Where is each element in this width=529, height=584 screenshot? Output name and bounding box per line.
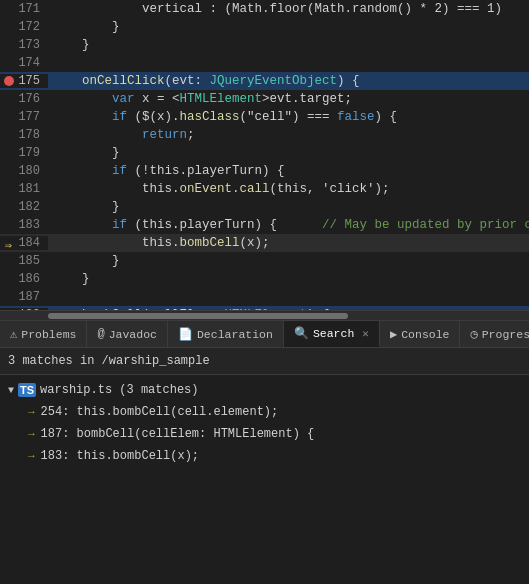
arrow-indicator: ⇒ [2,238,12,248]
line-content: vertical : (Math.floor(Math.random() * 2… [48,2,529,16]
code-line: 176 var x = <HTMLElement>evt.target; [0,90,529,108]
code-line: 179 } [0,144,529,162]
line-content: if (!this.playerTurn) { [48,164,529,178]
match-text: 254: this.bombCell(cell.element); [41,405,279,419]
line-number: 182 [0,200,48,214]
match-lines-container: →254: this.bombCell(cell.element);→187: … [0,401,529,467]
line-content: } [48,272,529,286]
line-number: 176 [0,92,48,106]
code-line: 177 if ($(x).hasClass("cell") === false)… [0,108,529,126]
scrollbar-thumb[interactable] [48,313,348,319]
javadoc-tab-label: Javadoc [109,328,157,341]
match-text: 187: bombCell(cellElem: HTMLElement) { [41,427,315,441]
results-header: 3 matches in /warship_sample [0,348,529,375]
line-number: 187 [0,290,48,304]
match-arrow-icon: → [28,406,35,418]
search-tab-icon: 🔍 [294,326,309,341]
match-line[interactable]: →183: this.bombCell(x); [0,445,529,467]
tab-search[interactable]: 🔍Search✕ [284,321,380,347]
progress-tab-icon: ◷ [470,327,477,342]
line-content: this.bombCell(x); [48,236,529,250]
code-editor: 171 vertical : (Math.floor(Math.random()… [0,0,529,310]
results-tree: ▼ TS warship.ts (3 matches) →254: this.b… [0,375,529,471]
code-line: 183 if (this.playerTurn) { // May be upd… [0,216,529,234]
code-line: 175 onCellClick(evt: JQueryEventObject) … [0,72,529,90]
line-content: } [48,200,529,214]
line-number: 188 [0,308,48,310]
code-line: ⇒184 this.bombCell(x); [0,234,529,252]
line-number: 178 [0,128,48,142]
tab-bar: ⚠Problems@Javadoc📄Declaration🔍Search✕▶Co… [0,320,529,348]
problems-tab-label: Problems [21,328,76,341]
results-panel: 3 matches in /warship_sample ▼ TS warshi… [0,348,529,471]
search-tab-label: Search [313,327,354,340]
code-line: 188 bombCell(cellElem: HTMLElement) { [0,306,529,310]
code-line: 174 [0,54,529,72]
line-content: } [48,20,529,34]
ts-file-icon: TS [18,383,36,397]
match-text: 183: this.bombCell(x); [41,449,199,463]
line-content: } [48,254,529,268]
code-line: 180 if (!this.playerTurn) { [0,162,529,180]
code-line: 178 return; [0,126,529,144]
code-line: 187 [0,288,529,306]
line-number: 173 [0,38,48,52]
console-tab-icon: ▶ [390,327,397,342]
line-number: 179 [0,146,48,160]
line-content: if (this.playerTurn) { // May be updated… [48,218,529,232]
match-arrow-icon: → [28,428,35,440]
tab-problems[interactable]: ⚠Problems [0,321,87,347]
console-tab-label: Console [401,328,449,341]
line-number: 181 [0,182,48,196]
line-number: 185 [0,254,48,268]
line-content: if ($(x).hasClass("cell") === false) { [48,110,529,124]
progress-tab-label: Progress [482,328,529,341]
line-content: return; [48,128,529,142]
code-line: 171 vertical : (Math.floor(Math.random()… [0,0,529,18]
line-number: 175 [0,74,48,88]
results-summary: 3 matches in /warship_sample [8,354,210,368]
tab-declaration[interactable]: 📄Declaration [168,321,284,347]
line-number: 180 [0,164,48,178]
line-content: this.onEvent.call(this, 'click'); [48,182,529,196]
match-line[interactable]: →254: this.bombCell(cell.element); [0,401,529,423]
code-line: 182 } [0,198,529,216]
triangle-icon: ▼ [8,385,14,396]
line-number: 174 [0,56,48,70]
problems-tab-icon: ⚠ [10,327,17,342]
line-number: 171 [0,2,48,16]
search-tab-close[interactable]: ✕ [362,327,369,340]
match-arrow-icon: → [28,450,35,462]
line-content: } [48,146,529,160]
declaration-tab-icon: 📄 [178,327,193,342]
line-number: 172 [0,20,48,34]
code-line: 185 } [0,252,529,270]
javadoc-tab-icon: @ [97,327,104,341]
code-line: 173 } [0,36,529,54]
match-line[interactable]: →187: bombCell(cellElem: HTMLElement) { [0,423,529,445]
tab-progress[interactable]: ◷Progress [460,321,529,347]
line-content: } [48,38,529,52]
code-line: 181 this.onEvent.call(this, 'click'); [0,180,529,198]
code-line: 186 } [0,270,529,288]
line-content: bombCell(cellElem: HTMLElement) { [48,308,529,310]
file-label: warship.ts (3 matches) [40,383,198,397]
code-line: 172 } [0,18,529,36]
line-number: ⇒184 [0,236,48,250]
tab-javadoc[interactable]: @Javadoc [87,321,168,347]
declaration-tab-label: Declaration [197,328,273,341]
file-tree-item[interactable]: ▼ TS warship.ts (3 matches) [0,379,529,401]
line-content: var x = <HTMLElement>evt.target; [48,92,529,106]
line-number: 186 [0,272,48,286]
code-scrollbar[interactable] [0,310,529,320]
breakpoint-dot [4,76,14,86]
tab-console[interactable]: ▶Console [380,321,461,347]
line-number: 177 [0,110,48,124]
line-content: onCellClick(evt: JQueryEventObject) { [48,74,529,88]
line-number: 183 [0,218,48,232]
